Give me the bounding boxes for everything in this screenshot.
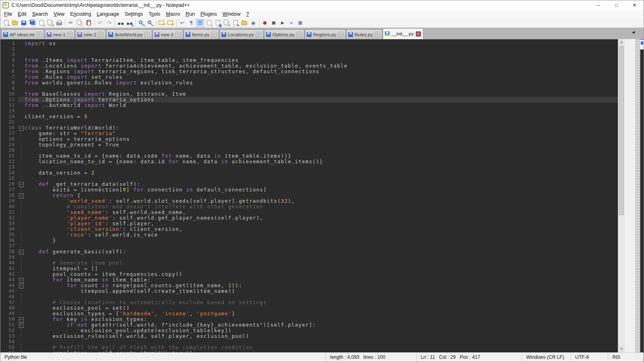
secondary-view-tab[interactable] [640, 39, 644, 49]
vertical-scrollbar[interactable]: ∧ ∨ [618, 39, 625, 352]
code-line[interactable]: 47 # Choose locations to automatically e… [0, 300, 618, 305]
code-line[interactable]: 50 for key in exclusion_types: [0, 317, 618, 322]
menu-item-run[interactable]: Run [183, 10, 198, 18]
menu-item-language[interactable]: Language [94, 10, 122, 18]
paste-button[interactable] [85, 19, 93, 27]
code-line[interactable]: 55 # Prefill the Wall of Flesh with the … [0, 345, 618, 350]
replace-button[interactable]: b [126, 19, 134, 27]
code-line[interactable]: 44 for count in range(pool_counts.get(it… [0, 283, 618, 288]
tab-close-icon[interactable]: × [144, 32, 150, 37]
code-line[interactable]: 7from .Rules import set_rules [0, 74, 618, 80]
code-line[interactable]: 1import os [0, 41, 618, 46]
code-line[interactable]: 6from .Regions import terraria_regions, … [0, 69, 618, 74]
open-file-button[interactable] [11, 19, 19, 27]
macro-run-multiple-button[interactable]: » [287, 19, 295, 27]
code-line[interactable]: 45 itempool.append(self.create_item(item… [0, 288, 618, 294]
code-line[interactable]: 41 itempool = [] [0, 266, 618, 272]
menu-item-macro[interactable]: Macro [163, 10, 183, 18]
show-all-characters-button[interactable]: ¶ [187, 19, 195, 27]
code-line[interactable]: 54 [0, 339, 618, 345]
code-line[interactable]: 46 [0, 294, 618, 300]
tab-new-2[interactable]: new 2× [75, 29, 106, 39]
menu-item-encoding[interactable]: Encoding [67, 10, 94, 18]
tab-locations-py[interactable]: Locations.py× [219, 29, 264, 39]
code-line[interactable]: 28 return { [0, 193, 618, 198]
code-line[interactable]: 14client_version = 5 [0, 114, 618, 119]
macro-play-button[interactable]: ▶ [279, 19, 287, 27]
code-line[interactable]: 51 if not getattr(self.world, f"include_… [0, 322, 618, 328]
fold-marker[interactable] [18, 181, 25, 187]
cut-button[interactable]: ✂ [67, 19, 75, 27]
tab-autoworld-py[interactable]: AutoWorld.py× [106, 29, 152, 39]
view-splitter-grip[interactable] [635, 39, 640, 352]
minimize-button[interactable]: ─ [589, 0, 607, 10]
code-line[interactable]: 27 exits = [connection[0] for connection… [0, 187, 618, 193]
edit-marker-button[interactable]: ✎ [231, 19, 239, 27]
code-line[interactable]: 30 # consistent and doesn't interfere wi… [0, 204, 618, 210]
code-line[interactable]: 10from BaseClasses import Region, Entran… [0, 91, 618, 97]
code-line[interactable]: 19 topology_present = True [0, 142, 618, 148]
menu-item-view[interactable]: View [51, 10, 67, 18]
code-line[interactable]: 18 options = terraria_options [0, 136, 618, 142]
zoom-out-button[interactable]: − [146, 19, 154, 27]
menu-item-window[interactable]: Window [220, 10, 243, 18]
fold-marker[interactable] [18, 283, 25, 288]
tab-close-icon[interactable]: × [297, 32, 302, 37]
code-line[interactable]: 12from ..AutoWorld import World [0, 103, 618, 108]
menu-item-search[interactable]: Search [29, 10, 51, 18]
code-line[interactable]: 31 'seed_name': self.world.seed_name, [0, 210, 618, 215]
code-line[interactable]: 21 item_name_to_id = {name: data.code fo… [0, 153, 618, 159]
find-button[interactable] [117, 19, 125, 27]
code-line[interactable]: 26 def _get_terraria_data(self): [0, 181, 618, 187]
menu-item-plugins[interactable]: Plugins [198, 10, 220, 18]
code-line[interactable]: 35 'race': self.world.is_race [0, 232, 618, 238]
tab-regions-py[interactable]: Regions.py× [305, 29, 346, 39]
sync-vertical-button[interactable] [158, 19, 166, 27]
save-all-button[interactable] [29, 19, 37, 27]
code-line[interactable]: 42 pool_counts = item_frequencies.copy() [0, 272, 618, 277]
fold-marker[interactable] [18, 249, 25, 255]
code-line[interactable]: 40 # Generate item pool [0, 260, 618, 266]
code-line[interactable]: 49 exclusion_types = ['hardmode', 'insan… [0, 311, 618, 317]
tab-new-3[interactable]: new 3× [153, 29, 183, 39]
macro-record-button[interactable]: ● [261, 19, 269, 27]
close-file-button[interactable]: × [37, 19, 45, 27]
tab-close-icon[interactable]: × [37, 32, 42, 37]
code-line[interactable]: 38 def generate_basic(self): [0, 249, 618, 255]
fold-marker[interactable] [18, 193, 25, 198]
zoom-in-button[interactable]: + [137, 19, 145, 27]
menu-item-item[interactable]: ? [244, 10, 252, 18]
show-indent-guide-button[interactable] [196, 19, 204, 27]
folder-as-workspace-button[interactable] [240, 19, 248, 27]
code-line[interactable]: 43 for item_name in item_table: [0, 277, 618, 283]
code-line[interactable]: 37 [0, 243, 618, 249]
tab-items-py[interactable]: Items.py× [184, 29, 219, 39]
tab-options-py[interactable]: Options.py× [264, 29, 304, 39]
tab-close-icon[interactable]: × [211, 32, 217, 37]
code-line[interactable]: 22 location_name_to_id = {name: data.id … [0, 159, 618, 165]
code-line[interactable]: 11from .Options import terraria_options [0, 97, 618, 103]
menu-item-file[interactable]: File [1, 10, 15, 18]
code-line[interactable]: 52 exclusion_pool.update(exclusion_table… [0, 328, 618, 333]
code-line[interactable]: 25 [0, 176, 618, 181]
save-file-button[interactable] [20, 19, 28, 27]
undo-button[interactable]: ↶ [96, 19, 104, 27]
menu-item-edit[interactable]: Edit [15, 10, 29, 18]
code-line[interactable]: 39 [0, 255, 618, 260]
tab-close-icon[interactable]: × [416, 31, 421, 37]
code-line[interactable]: 4from .Items import TerrariaItem, item_t… [0, 58, 618, 63]
code-editor[interactable]: 1import os234from .Items import Terraria… [0, 39, 618, 352]
code-line[interactable]: 3 [0, 52, 618, 58]
maximize-button[interactable]: □ [607, 0, 625, 10]
macro-stop-button[interactable]: ■ [270, 19, 278, 27]
code-line[interactable]: 32 'player_name': self.world.get_player_… [0, 215, 618, 221]
code-line[interactable]: 53 exclusion_rules(self.world, self.play… [0, 333, 618, 339]
tab-close-icon[interactable]: × [175, 32, 181, 37]
code-line[interactable]: 48 exclusion_pool = set() [0, 305, 618, 311]
code-line[interactable]: 36 } [0, 238, 618, 243]
word-wrap-button[interactable]: ↩ [178, 19, 186, 27]
fold-marker[interactable] [18, 125, 25, 131]
tab-new-1[interactable]: new 1× [45, 29, 75, 39]
macro-save-button[interactable]: ▦ [296, 19, 304, 27]
new-file-button[interactable]: + [2, 19, 10, 27]
